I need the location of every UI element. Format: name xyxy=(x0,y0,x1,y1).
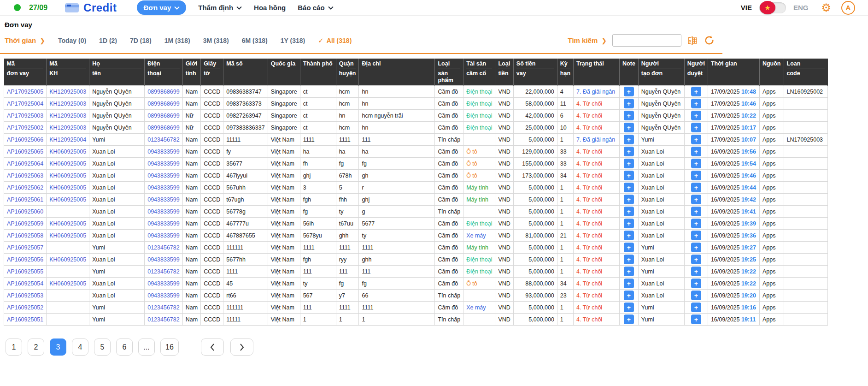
cell-id-link[interactable]: AP160925063 xyxy=(7,172,43,179)
add-approver-button[interactable]: + xyxy=(691,87,701,96)
cell-phone-link[interactable]: 0943833599 xyxy=(147,208,180,215)
add-approver-button[interactable]: + xyxy=(691,123,701,132)
cell-phone-link[interactable]: 0123456782 xyxy=(147,268,180,275)
add-note-button[interactable]: + xyxy=(624,147,634,156)
cell-id-link[interactable]: AP160925057 xyxy=(7,244,43,251)
cell-id-link[interactable]: AP170925002 xyxy=(7,125,43,131)
add-approver-button[interactable]: + xyxy=(691,315,701,324)
nav-item-bao-cao[interactable]: Báo cáo xyxy=(298,4,333,12)
page-button-5[interactable]: 5 xyxy=(94,338,111,356)
cell-phone-link[interactable]: 0123456782 xyxy=(147,304,180,311)
add-note-button[interactable]: + xyxy=(624,315,634,324)
cell-kh-link[interactable]: KH060925005 xyxy=(49,160,86,167)
cell-phone-link[interactable]: 0943833599 xyxy=(147,292,180,299)
prev-page-button[interactable] xyxy=(201,338,224,356)
cell-id-link[interactable]: AP160925061 xyxy=(7,196,43,203)
add-approver-button[interactable]: + xyxy=(691,231,701,240)
filter-tab-today[interactable]: Today (0) xyxy=(58,37,86,44)
page-button-6[interactable]: 6 xyxy=(116,338,133,356)
add-approver-button[interactable]: + xyxy=(691,207,701,216)
add-approver-button[interactable]: + xyxy=(691,267,701,276)
cell-id-link[interactable]: AP170925005 xyxy=(7,89,43,95)
add-note-button[interactable]: + xyxy=(624,243,634,252)
add-approver-button[interactable]: + xyxy=(691,219,701,228)
cell-id-link[interactable]: AP160925062 xyxy=(7,184,43,191)
cell-id-link[interactable]: AP160925060 xyxy=(7,208,43,215)
add-note-button[interactable]: + xyxy=(624,135,634,144)
cell-kh-link[interactable]: KH120925003 xyxy=(49,89,86,95)
page-button-1[interactable]: 1 xyxy=(6,338,22,356)
add-approver-button[interactable]: + xyxy=(691,195,701,204)
cell-phone-link[interactable]: 0943833599 xyxy=(147,280,180,287)
add-note-button[interactable]: + xyxy=(624,87,634,96)
add-note-button[interactable]: + xyxy=(624,279,634,288)
cell-kh-link[interactable]: KH060925005 xyxy=(49,280,86,287)
add-note-button[interactable]: + xyxy=(624,195,634,204)
filter-tab-1m[interactable]: 1M (318) xyxy=(164,37,190,44)
add-approver-button[interactable]: + xyxy=(691,183,701,192)
add-note-button[interactable]: + xyxy=(624,267,634,276)
add-note-button[interactable]: + xyxy=(624,291,634,300)
cell-id-link[interactable]: AP160925052 xyxy=(7,304,43,311)
cell-phone-link[interactable]: 0943833599 xyxy=(147,172,180,179)
filter-tab-1d[interactable]: 1D (2) xyxy=(99,37,117,44)
add-note-button[interactable]: + xyxy=(624,303,634,312)
cell-kh-link[interactable]: KH060925005 xyxy=(49,256,86,263)
page-button-2[interactable]: 2 xyxy=(28,338,44,356)
add-note-button[interactable]: + xyxy=(624,183,634,192)
filter-tab-3m[interactable]: 3M (318) xyxy=(203,37,229,44)
cell-id-link[interactable]: AP160925054 xyxy=(7,280,43,287)
cell-kh-link[interactable]: KH120925003 xyxy=(49,101,86,107)
cell-id-link[interactable]: AP160925064 xyxy=(7,160,43,167)
filter-tab-1y[interactable]: 1Y (318) xyxy=(281,37,305,44)
cell-phone-link[interactable]: 0943833599 xyxy=(147,148,180,155)
add-approver-button[interactable]: + xyxy=(691,135,701,144)
cell-id-link[interactable]: AP170925004 xyxy=(7,101,43,107)
page-button-3[interactable]: 3 xyxy=(50,338,66,356)
search-input[interactable] xyxy=(612,34,681,47)
cell-kh-link[interactable]: KH120925003 xyxy=(49,113,86,119)
cell-phone-link[interactable]: 0943833599 xyxy=(147,232,180,239)
add-approver-button[interactable]: + xyxy=(691,243,701,252)
page-ellipsis-button[interactable]: ... xyxy=(138,338,155,356)
cell-id-link[interactable]: AP170925003 xyxy=(7,113,43,119)
cell-phone-link[interactable]: 0899868699 xyxy=(147,101,180,107)
cell-phone-link[interactable]: 0943833599 xyxy=(147,256,180,263)
page-button-4[interactable]: 4 xyxy=(72,338,88,356)
add-approver-button[interactable]: + xyxy=(691,147,701,156)
add-note-button[interactable]: + xyxy=(624,159,634,168)
cell-kh-link[interactable]: KH060925005 xyxy=(49,184,86,191)
cell-id-link[interactable]: AP160925065 xyxy=(7,148,43,155)
brand[interactable]: Credit xyxy=(65,1,117,14)
cell-phone-link[interactable]: 0123456782 xyxy=(147,244,180,251)
cell-phone-link[interactable]: 0899868699 xyxy=(147,113,180,119)
add-approver-button[interactable]: + xyxy=(691,255,701,264)
cell-phone-link[interactable]: 0943833599 xyxy=(147,196,180,203)
add-approver-button[interactable]: + xyxy=(691,291,701,300)
add-approver-button[interactable]: + xyxy=(691,279,701,288)
add-note-button[interactable]: + xyxy=(624,219,634,228)
filter-tab-all[interactable]: ✓All (318) xyxy=(318,36,352,45)
add-note-button[interactable]: + xyxy=(624,207,634,216)
add-note-button[interactable]: + xyxy=(624,255,634,264)
cell-id-link[interactable]: AP160925055 xyxy=(7,268,43,275)
time-filter-label[interactable]: Thời gian ❯ xyxy=(5,36,45,44)
cell-id-link[interactable]: AP160925059 xyxy=(7,220,43,227)
add-approver-button[interactable]: + xyxy=(691,303,701,312)
nav-item-hoa-hong[interactable]: Hoa hồng xyxy=(254,4,286,12)
add-approver-button[interactable]: + xyxy=(691,111,701,120)
add-approver-button[interactable]: + xyxy=(691,159,701,168)
cell-phone-link[interactable]: 0123456782 xyxy=(147,316,180,323)
cell-kh-link[interactable]: KH060925005 xyxy=(49,148,86,155)
filter-tab-6m[interactable]: 6M (318) xyxy=(242,37,268,44)
cell-id-link[interactable]: AP160925056 xyxy=(7,256,43,263)
language-toggle[interactable]: ★ xyxy=(759,2,786,13)
nav-item-đon-vay[interactable]: Đơn vay xyxy=(137,0,186,15)
cell-id-link[interactable]: AP160925058 xyxy=(7,232,43,239)
cell-kh-link[interactable]: KH060925005 xyxy=(49,172,86,179)
nav-item-tham-đinh[interactable]: Thẩm định xyxy=(198,4,242,12)
add-note-button[interactable]: + xyxy=(624,231,634,240)
cell-kh-link[interactable]: KH120925004 xyxy=(49,137,86,143)
add-note-button[interactable]: + xyxy=(624,111,634,120)
page-button-16[interactable]: 16 xyxy=(160,338,179,356)
